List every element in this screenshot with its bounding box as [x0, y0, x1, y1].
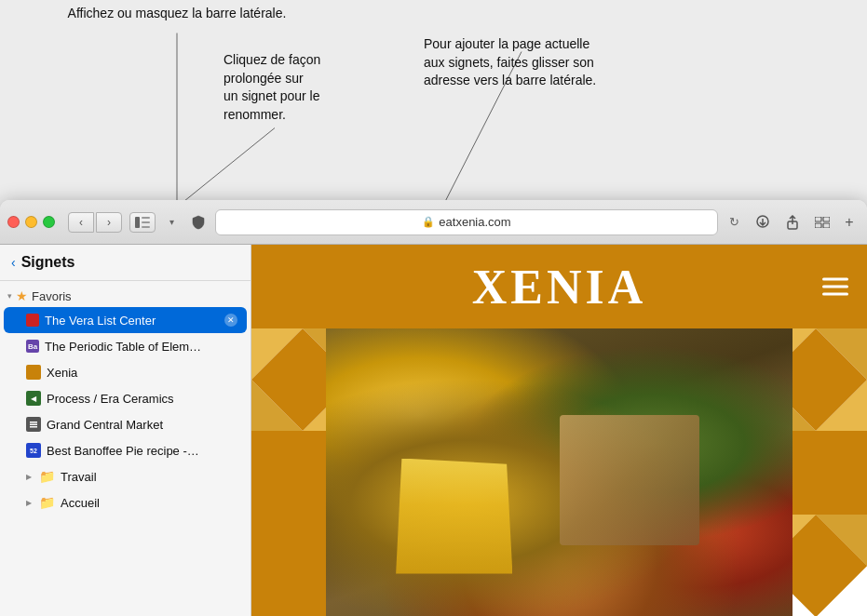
new-tab-button[interactable]: +: [839, 212, 860, 233]
annotation-lines: [0, 0, 867, 214]
address-bar[interactable]: 🔒 eatxenia.com: [215, 209, 718, 235]
svg-rect-12: [823, 223, 830, 228]
svg-rect-9: [815, 217, 821, 221]
travail-folder-icon: 📁: [39, 469, 55, 484]
back-chevron-icon: ‹: [11, 255, 16, 270]
bookmark-item-xenia[interactable]: Xenia: [0, 359, 251, 385]
bookmark-item-vera[interactable]: The Vera List Center ✕: [4, 307, 247, 333]
gcm-label: Grand Central Market: [47, 418, 241, 432]
food-photo: [326, 328, 792, 616]
svg-line-1: [177, 128, 275, 208]
toolbar-right: +: [750, 212, 860, 233]
favorites-label: Favoris: [32, 289, 72, 303]
tab-overview-button[interactable]: [809, 212, 835, 233]
main-area: ‹ Signets ▾ ★ Favoris The Vera List Cent…: [0, 245, 867, 616]
xenia-favicon: [26, 365, 41, 380]
sidebar-toggle-button[interactable]: [129, 212, 156, 233]
svg-rect-11: [815, 223, 821, 228]
gcm-favicon: [26, 417, 41, 432]
sidebar-header: ‹ Signets: [0, 245, 251, 281]
hamburger-line-2: [822, 286, 848, 288]
svg-rect-6: [142, 226, 150, 228]
annotations-area: Affichez ou masquez la barre latérale. C…: [0, 0, 867, 214]
xenia-logo: XENiA: [472, 260, 647, 315]
web-content: XENiA: [251, 245, 867, 616]
accueil-folder-icon: 📁: [39, 495, 55, 510]
food-image-bg: [326, 328, 792, 616]
favorites-section-header[interactable]: ▾ ★ Favoris: [0, 285, 251, 307]
bookmark-item-banoffee[interactable]: 52 Best Banoffee Pie recipe -…: [0, 437, 251, 463]
travail-triangle-icon: ▶: [26, 473, 32, 481]
star-icon: ★: [16, 288, 28, 303]
sidebar-title: Signets: [21, 254, 75, 271]
close-button[interactable]: [7, 216, 20, 228]
banoffee-label: Best Banoffee Pie recipe -…: [47, 444, 241, 458]
xenia-header: XENiA: [251, 245, 867, 328]
forward-button[interactable]: ›: [96, 212, 122, 233]
url-text: eatxenia.com: [439, 215, 510, 229]
fries-visual: [396, 459, 512, 574]
bookmark-item-process[interactable]: ◀ Process / Era Ceramics: [0, 385, 251, 411]
hamburger-menu-button[interactable]: [822, 278, 848, 296]
vera-favicon: [26, 314, 39, 327]
lock-icon: 🔒: [422, 216, 435, 228]
minimize-button[interactable]: [25, 216, 37, 228]
bookmark-item-gcm[interactable]: Grand Central Market: [0, 411, 251, 437]
accueil-triangle-icon: ▶: [26, 499, 32, 507]
hamburger-line-1: [822, 278, 848, 281]
tooltip-add-page: Pour ajouter la page actuelleaux signets…: [424, 35, 675, 90]
titlebar: ‹ › ▾ 🔒 eatxenia.com ↻: [0, 200, 867, 245]
tooltip-sidebar-toggle: Affichez ou masquez la barre latérale.: [37, 5, 317, 23]
svg-rect-4: [142, 217, 150, 219]
shield-button[interactable]: [187, 211, 210, 234]
vera-close-button[interactable]: ✕: [224, 314, 237, 327]
traffic-lights: [7, 216, 55, 228]
folder-item-travail[interactable]: ▶ 📁 Travail: [0, 463, 251, 489]
travail-label: Travail: [61, 470, 97, 484]
share-button[interactable]: [779, 212, 806, 233]
process-favicon: ◀: [26, 391, 41, 406]
folder-item-accueil[interactable]: ▶ 📁 Accueil: [0, 489, 251, 516]
process-label: Process / Era Ceramics: [47, 392, 241, 406]
banoffee-favicon: 52: [26, 443, 41, 458]
food-image-area: [251, 328, 867, 616]
svg-rect-3: [135, 217, 140, 228]
download-button[interactable]: [750, 212, 776, 233]
back-button[interactable]: ‹: [68, 212, 94, 233]
svg-rect-15: [30, 426, 37, 428]
svg-rect-13: [30, 422, 37, 423]
svg-rect-5: [142, 221, 150, 223]
bookmark-item-periodic[interactable]: Ba The Periodic Table of Elem…: [0, 333, 251, 359]
xenia-label: Xenia: [47, 366, 241, 380]
svg-line-2: [442, 52, 522, 208]
svg-rect-10: [823, 217, 830, 221]
maximize-button[interactable]: [43, 216, 55, 228]
sidebar-content: ▾ ★ Favoris The Vera List Center ✕ Ba Th…: [0, 281, 251, 616]
svg-rect-14: [30, 424, 37, 426]
periodic-label: The Periodic Table of Elem…: [45, 340, 241, 354]
accueil-label: Accueil: [61, 496, 100, 510]
triangle-icon: ▾: [7, 291, 12, 301]
sidebar: ‹ Signets ▾ ★ Favoris The Vera List Cent…: [0, 245, 251, 616]
sidebar-back-button[interactable]: ‹: [11, 255, 16, 270]
tab-dropdown-button[interactable]: ▾: [161, 212, 182, 233]
hamburger-line-3: [822, 293, 848, 296]
vera-label: The Vera List Center: [45, 314, 219, 328]
reload-button[interactable]: ↻: [724, 212, 744, 233]
browser-window: ‹ › ▾ 🔒 eatxenia.com ↻: [0, 200, 867, 616]
tooltip-long-click: Cliquez de façonprolongée surun signet p…: [224, 51, 400, 124]
nav-buttons: ‹ ›: [68, 212, 122, 233]
address-bar-area: 🔒 eatxenia.com ↻: [187, 209, 744, 235]
periodic-favicon: Ba: [26, 340, 39, 353]
main-dish-visual: [560, 415, 699, 545]
